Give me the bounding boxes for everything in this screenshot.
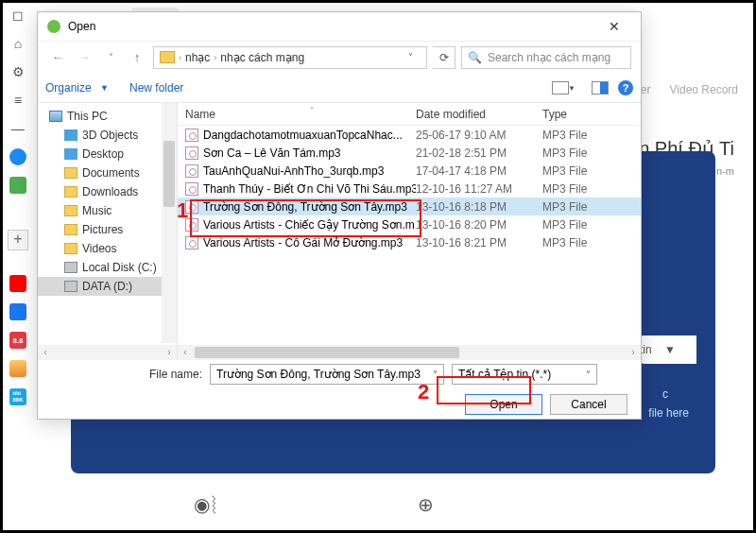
close-button[interactable]: ✕ bbox=[597, 14, 631, 39]
file-row[interactable]: TauAnhQuaNui-AnhTho_3urqb.mp317-04-17 4:… bbox=[178, 162, 641, 180]
tree-desktop[interactable]: Desktop bbox=[38, 145, 177, 163]
col-type[interactable]: Type bbox=[542, 108, 641, 121]
bottom-icons: ◉⦚ ⊕ bbox=[194, 493, 434, 516]
annotation-2-box bbox=[437, 376, 531, 404]
dialog-nav: ← → ˅ ↑ › nhạc › nhạc cách mạng ˅ ⟳ 🔍 Se… bbox=[38, 41, 641, 73]
file-row[interactable]: DangdachotamotmuaxuanTopcaNhac...25-06-1… bbox=[178, 126, 641, 144]
tree-downloads[interactable]: Downloads bbox=[38, 182, 177, 201]
app-icon: ◻ bbox=[8, 5, 28, 26]
app-badge-icon bbox=[47, 20, 60, 33]
tree-pictures[interactable]: Pictures bbox=[38, 220, 177, 239]
youtube-icon[interactable] bbox=[8, 273, 28, 294]
history-dropdown-icon[interactable]: ˅ bbox=[100, 47, 121, 68]
link-video-record[interactable]: Video Record bbox=[670, 83, 739, 96]
cancel-button[interactable]: Cancel bbox=[550, 394, 627, 415]
facebook-icon[interactable] bbox=[8, 301, 28, 322]
file-row[interactable]: Thanh Thúy - Biết Ơn Chi Võ Thi Sáu.mp31… bbox=[178, 180, 641, 198]
organize-menu[interactable]: Organize ▼ bbox=[45, 81, 109, 95]
mp3-icon bbox=[185, 129, 198, 142]
home-icon[interactable]: ⌂ bbox=[8, 33, 28, 54]
path-dropdown-icon[interactable]: ˅ bbox=[400, 52, 421, 62]
filename-label: File name: bbox=[149, 368, 202, 381]
tree-data-d[interactable]: DATA (D:) bbox=[38, 277, 177, 296]
dialog-toolbar: Organize ▼ New folder ▼ ? bbox=[38, 73, 641, 103]
dialog-title: Open bbox=[68, 20, 95, 33]
tree-scrollbar[interactable] bbox=[162, 103, 177, 343]
new-tab-button[interactable]: + bbox=[8, 230, 28, 250]
annotation-1-box bbox=[190, 199, 421, 237]
nav-up-icon[interactable]: ↑ bbox=[127, 47, 147, 68]
tree-music[interactable]: Music bbox=[38, 201, 177, 220]
game-icon[interactable] bbox=[8, 358, 28, 379]
wifi-icon: ◉⦚ bbox=[194, 493, 219, 516]
search-input[interactable]: 🔍 Search nhạc cách mạng bbox=[461, 46, 631, 69]
search-placeholder: Search nhạc cách mạng bbox=[488, 51, 610, 64]
path-seg-1[interactable]: nhạc bbox=[185, 51, 210, 64]
menu-icon[interactable]: ≡ bbox=[8, 90, 28, 111]
refresh-button[interactable]: ⟳ bbox=[433, 46, 455, 69]
annotation-1: 1 bbox=[177, 198, 188, 223]
messenger-icon[interactable] bbox=[8, 146, 28, 167]
dialog-bottom: File name: Trường Sơn Đông, Trường Sơn T… bbox=[38, 358, 641, 419]
file-row[interactable]: Sơn Ca – Lê Văn Tám.mp321-02-18 2:51 PMM… bbox=[178, 144, 641, 162]
filename-input[interactable]: Trường Sơn Đông, Trường Sơn Tây.mp3 ˅ bbox=[210, 364, 444, 385]
tree-3d-objects[interactable]: 3D Objects bbox=[38, 126, 177, 145]
globe-icon: ⊕ bbox=[418, 493, 434, 516]
dialog-titlebar: Open ✕ bbox=[38, 12, 641, 41]
tree-this-pc[interactable]: This PC bbox=[38, 107, 177, 126]
new-folder-button[interactable]: New folder bbox=[129, 81, 183, 95]
view-mode-button[interactable]: ▼ bbox=[552, 81, 569, 95]
mp3-icon bbox=[185, 164, 198, 178]
folder-icon bbox=[160, 51, 175, 63]
tiki-icon[interactable]: tiki88K bbox=[8, 387, 28, 407]
col-date[interactable]: Date modified bbox=[416, 108, 542, 121]
nav-back-icon[interactable]: ← bbox=[47, 47, 68, 68]
help-button[interactable]: ? bbox=[618, 80, 633, 95]
shopee-icon[interactable]: 8.8 bbox=[8, 330, 28, 351]
xbox-icon[interactable] bbox=[8, 175, 28, 196]
mp3-icon bbox=[185, 146, 198, 160]
col-name[interactable]: Name bbox=[178, 108, 416, 121]
filter-dropdown-icon[interactable]: ˅ bbox=[586, 370, 591, 380]
browser-sidebar: ◻ ⌂ ⚙ ≡ — + 8.8 tiki88K bbox=[3, 3, 33, 530]
folder-tree: This PC 3D Objects Desktop Documents Dow… bbox=[38, 103, 178, 360]
path-breadcrumb[interactable]: › nhạc › nhạc cách mạng ˅ bbox=[153, 46, 427, 69]
mp3-icon bbox=[185, 236, 198, 249]
tree-local-disk-c[interactable]: Local Disk (C:) bbox=[38, 258, 177, 277]
gear-icon[interactable]: ⚙ bbox=[8, 61, 28, 82]
column-headers: Name Date modified Type bbox=[178, 103, 641, 126]
mp3-icon bbox=[185, 182, 198, 196]
search-icon: 🔍 bbox=[468, 51, 482, 64]
drop-hint: file here bbox=[648, 406, 689, 420]
drop-suffix: c bbox=[662, 387, 668, 401]
preview-pane-button[interactable] bbox=[592, 81, 609, 95]
tree-videos[interactable]: Videos bbox=[38, 239, 177, 258]
annotation-2: 2 bbox=[418, 380, 429, 404]
tree-documents[interactable]: Documents bbox=[38, 163, 177, 182]
sort-indicator-icon: ˄ bbox=[310, 106, 315, 115]
nav-forward-icon[interactable]: → bbox=[74, 47, 94, 68]
path-seg-2[interactable]: nhạc cách mạng bbox=[220, 51, 304, 64]
divider-icon: — bbox=[8, 118, 28, 139]
